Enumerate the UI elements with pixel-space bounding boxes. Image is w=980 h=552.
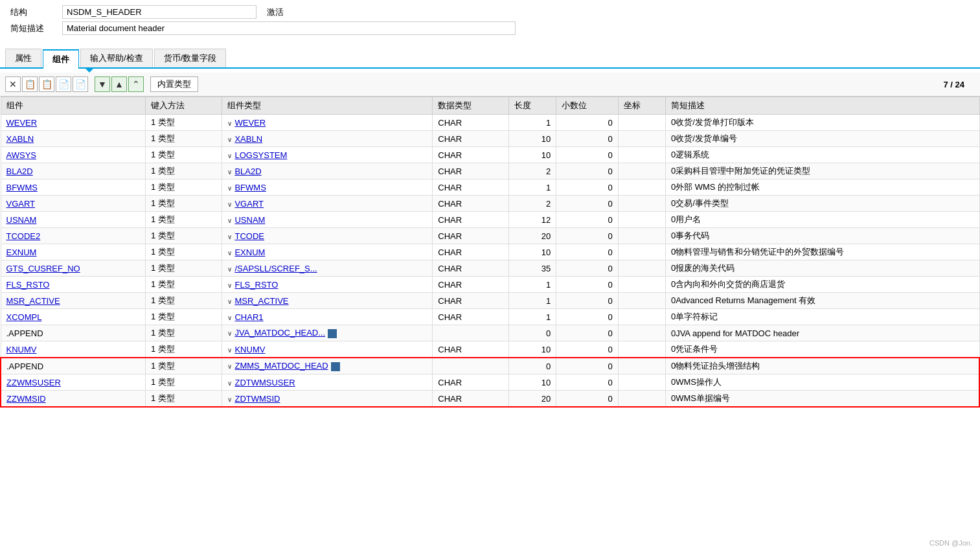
cell-comp-type[interactable]: ∨ WEVER — [222, 115, 433, 131]
cell-desc: 0单字符标记 — [665, 309, 979, 325]
tab-properties[interactable]: 属性 — [5, 49, 41, 67]
cell-comp-type[interactable]: ∨ JVA_MATDOC_HEAD... — [222, 325, 433, 341]
cell-component[interactable]: FLS_RSTO — [1, 277, 146, 293]
cell-comp-type[interactable]: ∨ KNUMV — [222, 341, 433, 358]
cell-coord — [618, 325, 665, 341]
comp-type-link[interactable]: KNUMV — [234, 345, 265, 354]
cell-comp-type[interactable]: ∨ XABLN — [222, 131, 433, 147]
cell-comp-type[interactable]: ∨ USNAM — [222, 212, 433, 228]
comp-type-link[interactable]: ZDTWMSUSER — [234, 378, 295, 387]
cell-data-type: CHAR — [433, 374, 509, 391]
comp-type-link[interactable]: EXNUM — [234, 247, 265, 257]
cell-comp-type[interactable]: ∨ ZMMS_MATDOC_HEAD — [222, 358, 433, 374]
cell-component[interactable]: BFWMS — [1, 179, 146, 196]
comp-type-link[interactable]: VGART — [234, 199, 264, 209]
tab-input-help[interactable]: 输入帮助/检查 — [80, 49, 153, 67]
cell-component[interactable]: KNUMV — [1, 341, 146, 358]
cell-component[interactable]: AWSYS — [1, 147, 146, 163]
cell-component[interactable]: WEVER — [1, 115, 146, 131]
cell-component[interactable]: XABLN — [1, 131, 146, 147]
component-link[interactable]: XCOMPL — [6, 312, 42, 322]
cell-desc: 0收货/发货单打印版本 — [665, 115, 979, 131]
component-link[interactable]: BLA2D — [6, 167, 33, 176]
component-link[interactable]: USNAM — [6, 215, 37, 225]
cell-component[interactable]: TCODE2 — [1, 228, 146, 244]
copy-button[interactable]: 📋 — [22, 76, 38, 92]
component-link[interactable]: MSR_ACTIVE — [6, 296, 60, 306]
comp-type-link[interactable]: JVA_MATDOC_HEAD... — [234, 328, 325, 338]
comp-type-link[interactable]: USNAM — [234, 215, 265, 225]
collapse-button[interactable]: ⌃ — [128, 76, 144, 92]
cell-key-method: 1 类型 — [146, 196, 222, 212]
cell-data-type: CHAR — [433, 293, 509, 309]
cell-component[interactable]: BLA2D — [1, 163, 146, 179]
cell-comp-type[interactable]: ∨ FLS_RSTO — [222, 277, 433, 293]
comp-type-link[interactable]: TCODE — [234, 231, 264, 241]
comp-type-link[interactable]: XABLN — [234, 134, 262, 144]
tab-components[interactable]: 组件 — [43, 49, 79, 69]
comp-type-link[interactable]: MSR_ACTIVE — [234, 296, 288, 306]
cell-comp-type[interactable]: ∨ VGART — [222, 196, 433, 212]
comp-type-link[interactable]: ZDTWMSID — [234, 394, 280, 404]
comp-type-link[interactable]: LOGSYSTEM — [234, 150, 287, 160]
cell-comp-type[interactable]: ∨ ZDTWMSUSER — [222, 374, 433, 391]
component-link[interactable]: AWSYS — [6, 150, 36, 160]
comp-type-link[interactable]: FLS_RSTO — [234, 280, 278, 290]
comp-type-link[interactable]: BLA2D — [234, 167, 261, 176]
component-link[interactable]: KNUMV — [6, 345, 37, 354]
component-link[interactable]: EXNUM — [6, 247, 37, 257]
cell-desc: 0Advanced Returns Management 有效 — [665, 293, 979, 309]
paste-button[interactable]: 📄 — [56, 76, 71, 92]
move-up-button[interactable]: ▲ — [111, 76, 127, 92]
cell-component[interactable]: XCOMPL — [1, 309, 146, 325]
component-link[interactable]: WEVER — [6, 118, 38, 128]
delete-button[interactable]: ✕ — [5, 76, 21, 92]
component-link[interactable]: BFWMS — [6, 183, 38, 192]
cell-component[interactable]: USNAM — [1, 212, 146, 228]
cell-key-method: 1 类型 — [146, 260, 222, 277]
cell-comp-type[interactable]: ∨ CHAR1 — [222, 309, 433, 325]
move-down-button[interactable]: ▼ — [95, 76, 110, 92]
cell-comp-type[interactable]: ∨ /SAPSLL/SCREF_S... — [222, 260, 433, 277]
cell-comp-type[interactable]: ∨ MSR_ACTIVE — [222, 293, 433, 309]
component-link[interactable]: ZZWMSID — [6, 394, 46, 404]
table-row: KNUMV1 类型∨ KNUMVCHAR1000凭证条件号 — [1, 341, 979, 358]
component-link[interactable]: VGART — [6, 199, 36, 209]
paste2-button[interactable]: 📄 — [73, 76, 88, 92]
cell-component[interactable]: EXNUM — [1, 244, 146, 260]
cell-length: 20 — [508, 228, 556, 244]
component-link[interactable]: ZZWMSUSER — [6, 378, 61, 387]
copy2-button[interactable]: 📋 — [39, 76, 54, 92]
comp-type-link[interactable]: WEVER — [234, 118, 266, 128]
comp-type-link[interactable]: ZMMS_MATDOC_HEAD — [234, 361, 328, 371]
cell-comp-type[interactable]: ∨ TCODE — [222, 228, 433, 244]
component-link[interactable]: TCODE2 — [6, 231, 41, 241]
table-row: XABLN1 类型∨ XABLNCHAR1000收货/发货单编号 — [1, 131, 979, 147]
cell-desc: 0WMS单据编号 — [665, 391, 979, 408]
cell-decimals: 0 — [556, 277, 618, 293]
toolbar: ✕ 📋 📋 📄 📄 ▼ ▲ ⌃ 内置类型 7 / 24 — [0, 73, 980, 97]
cell-key-method: 1 类型 — [146, 374, 222, 391]
cell-component[interactable]: .APPEND — [1, 325, 146, 341]
cell-component[interactable]: GTS_CUSREF_NO — [1, 260, 146, 277]
cell-comp-type[interactable]: ∨ LOGSYSTEM — [222, 147, 433, 163]
component-link[interactable]: XABLN — [6, 134, 34, 144]
cell-comp-type[interactable]: ∨ BLA2D — [222, 163, 433, 179]
cell-comp-type[interactable]: ∨ EXNUM — [222, 244, 433, 260]
cell-comp-type[interactable]: ∨ ZDTWMSID — [222, 391, 433, 408]
comp-type-link[interactable]: CHAR1 — [234, 312, 263, 322]
cell-component[interactable]: .APPEND — [1, 358, 146, 374]
cell-key-method: 1 类型 — [146, 179, 222, 196]
tab-currency[interactable]: 货币/数量字段 — [154, 49, 227, 67]
component-link[interactable]: FLS_RSTO — [6, 280, 50, 290]
table-row: FLS_RSTO1 类型∨ FLS_RSTOCHAR100含内向和外向交货的商店… — [1, 277, 979, 293]
cell-component[interactable]: MSR_ACTIVE — [1, 293, 146, 309]
cell-component[interactable]: ZZWMSUSER — [1, 374, 146, 391]
cell-component[interactable]: ZZWMSID — [1, 391, 146, 408]
comp-type-link[interactable]: /SAPSLL/SCREF_S... — [234, 264, 317, 273]
cell-component[interactable]: VGART — [1, 196, 146, 212]
cell-comp-type[interactable]: ∨ BFWMS — [222, 179, 433, 196]
inner-type-button[interactable]: 内置类型 — [150, 76, 198, 92]
comp-type-link[interactable]: BFWMS — [234, 183, 266, 192]
component-link[interactable]: GTS_CUSREF_NO — [6, 264, 80, 273]
